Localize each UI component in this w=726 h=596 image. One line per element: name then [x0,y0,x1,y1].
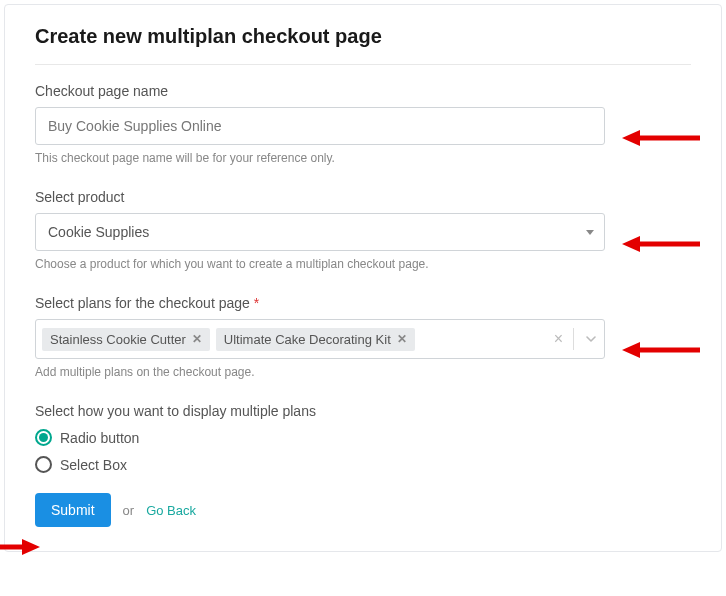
plan-tag: Stainless Cookie Cutter ✕ [42,328,210,351]
field-select-plans: Select plans for the checkout page * Sta… [35,295,691,379]
chevron-down-icon[interactable] [584,332,598,346]
label-select-product: Select product [35,189,691,205]
checkout-name-input[interactable] [35,107,605,145]
radio-option-select-box[interactable]: Select Box [35,456,691,473]
help-select-plans: Add multiple plans on the checkout page. [35,365,691,379]
help-checkout-name: This checkout page name will be for your… [35,151,691,165]
remove-tag-icon[interactable]: ✕ [192,332,202,346]
plan-tag-label: Ultimate Cake Decorating Kit [224,332,391,347]
go-back-link[interactable]: Go Back [146,503,196,518]
product-select[interactable]: Cookie Supplies [35,213,605,251]
page-title: Create new multiplan checkout page [35,25,691,65]
form-card: Create new multiplan checkout page Check… [4,4,722,552]
radio-label: Radio button [60,430,139,446]
remove-tag-icon[interactable]: ✕ [397,332,407,346]
required-mark: * [254,295,259,311]
label-checkout-name: Checkout page name [35,83,691,99]
label-select-plans-text: Select plans for the checkout page [35,295,250,311]
plans-multiselect[interactable]: Stainless Cookie Cutter ✕ Ultimate Cake … [35,319,605,359]
radio-label: Select Box [60,457,127,473]
help-select-product: Choose a product for which you want to c… [35,257,691,271]
or-text: or [123,503,135,518]
label-display-mode: Select how you want to display multiple … [35,403,691,419]
field-checkout-name: Checkout page name This checkout page na… [35,83,691,165]
plan-tag-label: Stainless Cookie Cutter [50,332,186,347]
submit-button[interactable]: Submit [35,493,111,527]
product-select-value: Cookie Supplies [48,224,149,240]
field-select-product: Select product Cookie Supplies Choose a … [35,189,691,271]
field-display-mode: Select how you want to display multiple … [35,403,691,473]
caret-down-icon [586,230,594,235]
plan-tag: Ultimate Cake Decorating Kit ✕ [216,328,415,351]
radio-option-radio-button[interactable]: Radio button [35,429,691,446]
clear-all-icon[interactable]: × [554,330,563,348]
divider [573,328,574,350]
radio-icon [35,456,52,473]
multiselect-controls: × [554,328,598,350]
radio-icon [35,429,52,446]
label-select-plans: Select plans for the checkout page * [35,295,691,311]
form-actions: Submit or Go Back [35,493,691,527]
